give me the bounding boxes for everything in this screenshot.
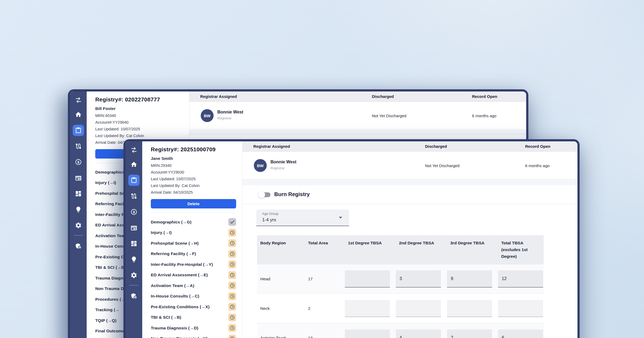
dashboard-icon [130,240,137,247]
sidebar-item-admin-security[interactable] [126,288,142,304]
clipboard-icon [130,177,137,184]
sidebar-item-registry-forms[interactable] [70,122,87,138]
transfer-arrows-icon [130,146,137,153]
clipboard-icon [75,127,82,134]
deg2-tbsa-input[interactable] [396,329,441,338]
last-updated-by: Last Updated By: Cat Colvin [95,134,183,138]
checklist-item[interactable]: Trauma Diagnosis (→D) [151,323,236,333]
arrival-date: Arrival Date: 04/10/2025 [151,190,236,194]
burn-registry-section: Burn Registry [243,185,577,204]
age-group-select[interactable]: Age Group 1-4 yrs [256,210,349,226]
lightbulb-icon [130,256,137,263]
deg1-tbsa-input[interactable] [345,300,390,317]
sidebar-item-insights[interactable] [126,251,142,267]
sidebar-divider [129,285,138,285]
total-tbsa-input[interactable] [498,270,543,288]
record-open-duration: 6 months ago [525,163,550,168]
dollar-icon [130,208,137,215]
registrar-role: Registrar [270,166,285,170]
checklist-item[interactable]: Non Trauma Diagnosis (→N) [151,333,236,338]
clock-icon [228,260,236,268]
sidebar-item-transfer[interactable] [126,144,142,156]
record-main-area: Registrar Assigned Discharged Record Ope… [243,141,577,338]
total-tbsa-input[interactable] [498,329,543,338]
sidebar-divider [74,235,83,236]
checklist-item[interactable]: Injury (→I) [151,227,236,238]
sidebar-item-dashboard[interactable] [70,186,87,201]
checklist-item[interactable]: Demographics (→G) [151,217,236,227]
shield-lock-icon [75,243,82,249]
tbsa-table: Body Region Total Area 1st Degree TBSA 2… [257,235,544,338]
deg2-tbsa-input[interactable] [396,270,441,288]
delete-button[interactable]: Delete [151,199,236,208]
discharged-status: Not Yet Discharged [372,113,406,118]
sidebar-item-admin-security[interactable] [70,238,87,254]
checklist-item[interactable]: Inter-Facility Pre-Hospital (→Y) [151,259,236,270]
sidebar-item-dashboard[interactable] [126,236,142,251]
checklist-item[interactable]: Prehospital Scene (→H) [151,238,236,249]
sidebar-item-billing[interactable] [126,204,142,220]
sidebar-item-home[interactable] [126,156,142,172]
clock-icon [228,292,236,300]
record-summary-panel: Registry#: 20251000709 Jane Smith MRN:29… [142,141,243,338]
registrar-row: BW Bonnie West Registrar Not Yet Dischar… [243,152,577,179]
checklist-item[interactable]: TBI & SCI (→B) [151,312,236,323]
column-header: 3rd Degree TBSA [447,235,498,264]
column-header: Registrar Assigned [253,144,290,149]
total-tbsa-input[interactable] [498,300,543,317]
checklist-item[interactable]: Referring Facility (→F) [151,249,236,259]
deg3-tbsa-input[interactable] [447,300,492,317]
clock-icon [228,282,236,289]
column-header: 2nd Degree TBSA [396,235,447,264]
sidebar-item-reports[interactable] [126,220,142,236]
sidebar-item-transfer[interactable] [70,94,87,106]
checklist-item[interactable]: Activation Team (→A) [151,280,236,291]
sidebar-item-insights[interactable] [70,201,87,217]
transfer-arrows-icon [75,97,82,104]
burn-registry-toggle[interactable] [258,192,270,198]
column-header: Record Open [472,94,497,99]
clock-icon [228,271,236,279]
home-icon [130,161,137,168]
sidebar-item-billing[interactable] [70,154,87,170]
deg1-tbsa-input[interactable] [345,270,390,288]
burn-registry-label: Burn Registry [274,191,310,197]
deg3-tbsa-input[interactable] [447,329,492,338]
sidebar-item-settings[interactable] [126,267,142,283]
sidebar-item-home[interactable] [70,106,87,122]
sidebar-item-registry-forms[interactable] [126,172,142,188]
registrar-name: Bonnie West [270,160,297,164]
deg1-tbsa-input[interactable] [345,329,390,338]
home-icon [75,111,82,118]
dollar-icon [75,159,82,166]
last-updated: Last Updated: 10/07/2025 [95,127,183,131]
sidebar-item-route[interactable] [70,138,87,154]
deg2-tbsa-input[interactable] [396,300,441,317]
sidebar-item-settings[interactable] [70,217,87,233]
column-header: 1st Degree TBSA [345,235,396,264]
sidebar-item-reports[interactable] [70,170,87,186]
deg3-tbsa-input[interactable] [447,270,492,288]
avatar: BW [201,109,214,122]
dashboard-icon [75,190,82,197]
column-header: Discharged [425,144,447,149]
lightbulb-icon [75,206,82,213]
checklist-item[interactable]: In-House Consults (→C) [151,291,236,302]
total-area-value: 2 [305,294,345,323]
patient-account: Account#:YY29030 [151,170,236,174]
column-header: Total Area [305,235,345,264]
route-icon [130,193,137,200]
clock-icon [228,303,236,311]
table-row: Neck 2 [257,294,544,323]
column-header: Registrar Assigned [200,94,237,99]
sidebar-item-route[interactable] [126,188,142,204]
total-area-value: 17 [305,264,345,293]
newspaper-icon [75,174,82,181]
checklist-item[interactable]: Pre-Existing Conditions (→X) [151,302,236,312]
checklist-item[interactable]: ED Arrival Assessment (→E) [151,270,236,281]
body-region-label: Head [257,264,305,293]
last-updated-by: Last Updated By: Cat Colvin [151,183,236,188]
registrar-name: Bonnie West [217,110,243,115]
column-header: Total TBSA (excludes 1st Degree) [498,235,544,264]
newspaper-icon [130,224,137,231]
